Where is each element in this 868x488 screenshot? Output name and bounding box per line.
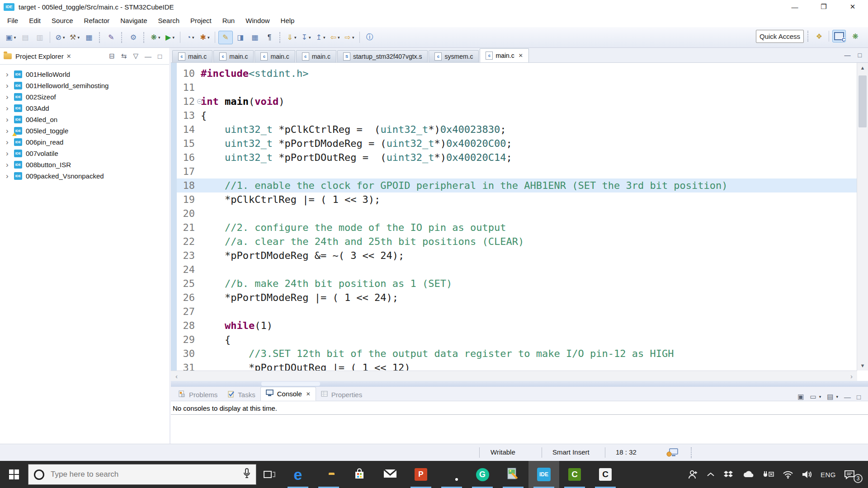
console-tab-console[interactable]: Console✕ [260, 387, 316, 401]
editor-tab-sysmem.c[interactable]: csysmem.c [429, 50, 479, 62]
tray-people-icon[interactable] [684, 469, 703, 480]
expand-chevron-icon[interactable]: › [6, 116, 13, 123]
scroll-left-icon[interactable]: ‹ [175, 372, 178, 380]
search-input[interactable] [50, 469, 238, 479]
quick-access-button[interactable]: Quick Access [756, 30, 804, 43]
scrollbar-thumb[interactable] [859, 75, 867, 127]
save-all-button[interactable]: ▥ [33, 31, 47, 44]
editor-tab-startup_stm32f407vgtx.s[interactable]: Sstartup_stm32f407vgtx.s [337, 50, 428, 62]
remote-target-icon[interactable] [665, 448, 679, 460]
view-menu-icon[interactable]: ▽ [133, 52, 138, 60]
code-line-25[interactable]: 25 //b. make 24th bit position as 1 (SET… [177, 277, 857, 291]
dropdown-arrow-icon[interactable]: ▾ [338, 35, 340, 40]
menu-run[interactable]: Run [217, 17, 241, 24]
pin-console-button[interactable]: ▣ [797, 393, 804, 401]
code-line-14[interactable]: 14 uint32_t *pClkCtrlReg = (uint32_t*)0x… [177, 122, 857, 136]
expand-chevron-icon[interactable]: › [6, 150, 13, 157]
maximize-view-icon[interactable]: □ [158, 52, 162, 60]
dropdown-arrow-icon[interactable]: ▾ [819, 394, 821, 399]
collapse-all-icon[interactable]: ⊟ [109, 52, 115, 60]
code-line-31[interactable]: 31 *pPortDOutReg |= ( 1 << 12) [177, 361, 857, 371]
open-perspective-button[interactable]: ❖ [813, 30, 826, 42]
splitter-handle[interactable] [261, 382, 320, 386]
tray-volume-icon[interactable] [797, 470, 816, 479]
back-button[interactable]: ⇦▾ [328, 31, 342, 44]
project-item-003Add[interactable]: ›IDE003Add [0, 103, 169, 114]
taskbar-app-photo-editor[interactable] [498, 461, 528, 488]
code-line-11[interactable]: 11 [177, 80, 857, 94]
profile-button[interactable]: ◔▾ [184, 31, 197, 44]
code-line-28[interactable]: 28 while(1) [177, 319, 857, 333]
show-view-grid-button[interactable]: ▦ [248, 31, 262, 44]
code-line-13[interactable]: 13{ [177, 108, 857, 122]
code-line-23[interactable]: 23 *pPortDModeReg &= ~( 3 << 24); [177, 249, 857, 263]
flash-programmer-button[interactable]: ✎ [104, 31, 118, 44]
tray-action-center-icon[interactable]: 3 [840, 469, 859, 479]
display-selected-console-button[interactable]: ▭▾ [810, 393, 821, 401]
show-whitespace-button[interactable]: ¶ [263, 31, 276, 44]
code-line-29[interactable]: 29 { [177, 333, 857, 347]
console-tab-properties[interactable]: Properties [316, 389, 367, 401]
project-item-002Sizeof[interactable]: ›IDE002Sizeof [0, 91, 169, 103]
console-tab-tasks[interactable]: Tasks [222, 389, 260, 401]
editor-tab-main.c[interactable]: cmain.c✕ [480, 48, 528, 62]
code-line-26[interactable]: 26 *pPortDModeReg |= ( 1 << 24); [177, 291, 857, 305]
restore-button[interactable]: ❐ [809, 0, 838, 14]
dropdown-arrow-icon[interactable]: ▾ [63, 35, 65, 40]
minimize-view-icon[interactable]: — [844, 52, 851, 59]
code-line-21[interactable]: 21 //2. configure the mode of the IO pin… [177, 221, 857, 235]
skip-all-breakpoints-button[interactable]: ⊘▾ [53, 31, 67, 44]
minimize-view-button[interactable]: — [844, 393, 851, 401]
code-line-10[interactable]: 10#include<stdint.h> [177, 66, 857, 80]
project-item-001Helloworld_semihosting[interactable]: ›IDE001Helloworld_semihosting [0, 80, 169, 91]
scroll-up-icon[interactable]: ▲ [857, 63, 868, 73]
editor-tab-main.c[interactable]: cmain.c [213, 50, 254, 62]
code-line-16[interactable]: 16 uint32_t *pPortDOutReg = (uint32_t*)0… [177, 150, 857, 164]
menu-navigate[interactable]: Navigate [115, 17, 152, 24]
expand-chevron-icon[interactable]: › [6, 82, 13, 89]
menu-edit[interactable]: Edit [24, 17, 46, 24]
project-item-006pin_read[interactable]: ›IDE006pin_read [0, 136, 169, 148]
info-button[interactable]: ⓘ [363, 31, 377, 44]
close-icon[interactable]: ✕ [306, 391, 311, 397]
new-c-project-button[interactable]: ▦ [82, 31, 96, 44]
dropdown-arrow-icon[interactable]: ▾ [836, 394, 838, 399]
menu-source[interactable]: Source [46, 17, 79, 24]
last-edit-location-button[interactable]: ⇓▾ [285, 31, 298, 44]
debug-perspective-button[interactable]: ❋ [849, 30, 862, 42]
tray-charger-icon[interactable] [759, 470, 778, 479]
fold-collapse-icon[interactable]: − [197, 99, 202, 104]
dropdown-arrow-icon[interactable]: ▾ [192, 35, 194, 40]
taskbar-app-chrome[interactable] [436, 461, 467, 488]
dropdown-arrow-icon[interactable]: ▾ [323, 35, 326, 40]
project-item-001HelloWorld[interactable]: ›IDE001HelloWorld [0, 69, 169, 80]
tray-language[interactable]: ENG [816, 471, 840, 479]
open-console-button[interactable]: ▤▾ [827, 393, 838, 401]
close-button[interactable]: ✕ [838, 0, 867, 14]
start-button[interactable] [0, 461, 28, 488]
taskbar-app-camtasia-2[interactable]: C [590, 461, 621, 488]
open-element-button[interactable]: ◨ [234, 31, 247, 44]
code-area[interactable]: 910#include<stdint.h>1112−int main(void)… [177, 63, 857, 371]
minimize-button[interactable]: — [780, 0, 809, 14]
taskbar-app-powerpoint[interactable]: P [406, 461, 436, 488]
expand-chevron-icon[interactable]: › [6, 139, 13, 145]
cortana-icon[interactable] [34, 469, 44, 480]
menu-file[interactable]: File [2, 17, 24, 24]
code-line-19[interactable]: 19 *pClkCtrlReg |= ( 1 << 3); [177, 192, 857, 206]
menu-project[interactable]: Project [185, 17, 217, 24]
maximize-view-button[interactable]: □ [857, 393, 861, 401]
save-button[interactable]: ▤ [19, 31, 32, 44]
editor-tab-main.c[interactable]: cmain.c [172, 50, 212, 62]
code-line-20[interactable]: 20 [177, 206, 857, 221]
run-button[interactable]: ▶▾ [163, 31, 177, 44]
tray-dropbox-icon[interactable] [719, 470, 738, 479]
expand-chevron-icon[interactable]: › [6, 173, 13, 179]
taskbar-app-store[interactable] [344, 461, 375, 488]
dropdown-arrow-icon[interactable]: ▾ [158, 35, 160, 40]
forward-button[interactable]: ⇨▾ [343, 31, 356, 44]
taskbar-app-edge[interactable]: e [283, 461, 313, 488]
tray-wifi-icon[interactable] [778, 470, 797, 479]
expand-chevron-icon[interactable]: › [6, 71, 13, 78]
close-icon[interactable]: ✕ [519, 52, 523, 59]
